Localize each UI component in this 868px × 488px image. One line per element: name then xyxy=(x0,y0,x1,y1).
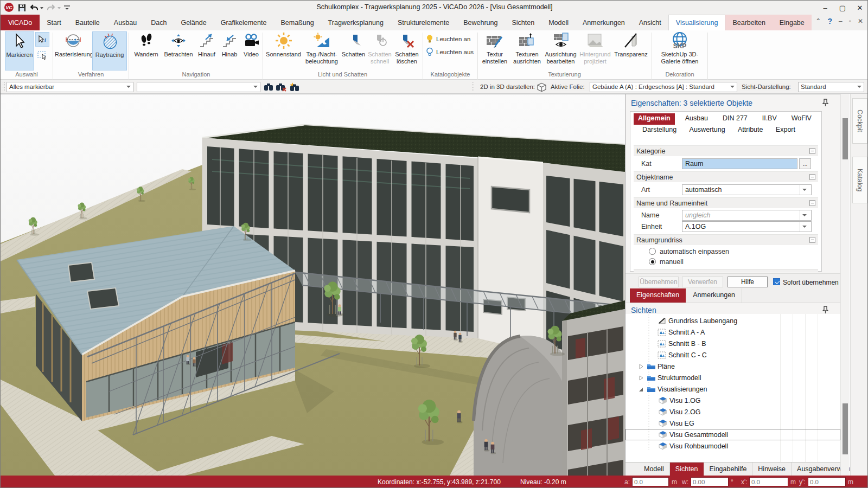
ptab-attribute[interactable]: Attribute xyxy=(733,125,768,137)
pin-icon[interactable] xyxy=(822,99,829,107)
video-button[interactable]: Video xyxy=(241,31,261,70)
search-new-binoculars-icon[interactable] xyxy=(289,82,299,92)
ptab-auswertung[interactable]: Auswertung xyxy=(685,125,730,137)
art-select[interactable]: automatisch xyxy=(682,184,812,195)
tab-sichten[interactable]: Sichten xyxy=(505,15,541,30)
minimize-button[interactable]: – xyxy=(816,1,834,15)
tree-item-plaene[interactable]: Pläne xyxy=(626,361,840,372)
ribbon-restore-icon[interactable]: ▫ xyxy=(849,17,851,25)
ptab-export[interactable]: Export xyxy=(771,125,800,137)
ptab-darstellung[interactable]: Darstellung xyxy=(638,125,681,137)
sketchup-button[interactable]: SKP SketchUp 3D-Galerie öffnen xyxy=(655,31,705,70)
collapse-icon[interactable] xyxy=(809,148,815,154)
scrollbar-thumb[interactable] xyxy=(843,118,848,159)
tab-grafikelemente[interactable]: Grafikelemente xyxy=(214,15,274,30)
aktive-folie-select[interactable]: Gebäude A (A) : Erdgeschoss [A] : Standa… xyxy=(590,82,737,92)
kat-field[interactable]: Raum xyxy=(682,158,797,169)
ausrichtung-bearbeiten-button[interactable]: Ausrichtung bearbeiten xyxy=(544,31,578,70)
btab-modell[interactable]: Modell xyxy=(639,463,670,476)
tab-dach[interactable]: Dach xyxy=(144,15,174,30)
ptab-iibv[interactable]: II.BV xyxy=(758,113,781,125)
tab-modell[interactable]: Modell xyxy=(541,15,576,30)
pin-icon[interactable] xyxy=(822,306,829,314)
tree-item-strukturmodell[interactable]: Strukturmodell xyxy=(626,372,840,383)
viewport-3d[interactable] xyxy=(1,94,626,476)
help-icon[interactable]: ? xyxy=(827,17,832,25)
tree-item-visu-2og[interactable]: Visu 2.OG xyxy=(626,406,840,418)
tab-visualisierung[interactable]: Visualisierung xyxy=(668,15,726,30)
scrollbar-thumb[interactable] xyxy=(843,403,848,454)
uebernehmen-button[interactable]: Übernehmen xyxy=(639,277,679,287)
rasterisierung-button[interactable]: Rasterisierung xyxy=(55,31,91,70)
toolbar-grip-2[interactable] xyxy=(471,82,474,92)
btab-eingabehilfe[interactable]: Eingabehilfe xyxy=(704,463,753,476)
field-w-input[interactable] xyxy=(691,477,729,486)
tab-start[interactable]: Start xyxy=(40,15,68,30)
transparenz-button[interactable]: Transparenz xyxy=(612,31,649,70)
ptab-din277[interactable]: DIN 277 xyxy=(718,113,752,125)
expander-open-icon[interactable] xyxy=(639,387,644,392)
tag-nacht-beleuchtung-button[interactable]: Tag-/Nacht-beleuchtung xyxy=(303,31,340,70)
schatten-schnell-button[interactable]: Schatten schnell xyxy=(367,31,393,70)
paneltab-eigenschaften[interactable]: Eigenschaften xyxy=(630,288,686,303)
ptab-ausbau[interactable]: Ausbau xyxy=(681,113,712,125)
tab-tragwerksplanung[interactable]: Tragwerksplanung xyxy=(321,15,391,30)
tab-ausbau[interactable]: Ausbau xyxy=(107,15,144,30)
tab-anmerkungen[interactable]: Anmerkungen xyxy=(576,15,632,30)
close-button[interactable]: ✕ xyxy=(851,1,868,15)
tab-vicado[interactable]: ViCADo xyxy=(1,15,40,30)
cube-2d3d-icon[interactable] xyxy=(537,82,547,92)
tab-strukturelemente[interactable]: Strukturelemente xyxy=(391,15,456,30)
name-select[interactable]: ungleich xyxy=(682,210,812,221)
search-remove-binoculars-icon[interactable] xyxy=(276,82,286,92)
collapse-ribbon-icon[interactable]: ⌃ xyxy=(815,17,821,25)
tab-bauteile[interactable]: Bauteile xyxy=(68,15,107,30)
hilfe-button[interactable]: Hilfe xyxy=(727,277,768,287)
tab-eingabe[interactable]: Eingabe xyxy=(773,15,812,30)
collapse-icon[interactable] xyxy=(809,237,815,243)
maximize-button[interactable]: ▢ xyxy=(834,1,851,15)
expander-closed-icon[interactable] xyxy=(639,364,644,369)
field-y-input[interactable] xyxy=(808,477,846,486)
tree-item-schnitt-a[interactable]: Schnitt A - A xyxy=(626,326,840,338)
einheit-select[interactable]: A.1OG xyxy=(682,221,812,232)
tree-item-visu-gesamtmodell[interactable]: Visu Gesamtmodell xyxy=(626,429,840,440)
rahmen-select-button[interactable] xyxy=(35,48,49,62)
tree-item-visu-eg[interactable]: Visu EG xyxy=(626,418,840,429)
tree-item-schnitt-c[interactable]: Schnitt C - C xyxy=(626,349,840,361)
ptab-allgemein[interactable]: Allgemein xyxy=(634,113,675,125)
side-tab-katalog[interactable]: Katalog xyxy=(852,157,867,203)
panel-scrollbar[interactable] xyxy=(840,94,850,476)
tree-item-visu-1og[interactable]: Visu 1.OG xyxy=(626,395,840,406)
tab-bemassung[interactable]: Bemaßung xyxy=(273,15,321,30)
expander-closed-icon[interactable] xyxy=(639,375,644,381)
toolbar-grip[interactable] xyxy=(2,82,5,92)
side-tab-cockpit[interactable]: Cockpit xyxy=(852,98,867,144)
markierbar-select[interactable]: Alles markierbar xyxy=(7,82,133,92)
collapse-icon[interactable] xyxy=(809,174,815,180)
markieren-button[interactable]: Markieren xyxy=(5,31,34,70)
tab-bearbeiten[interactable]: Bearbeiten xyxy=(725,15,772,30)
leuchten-an-button[interactable]: Leuchten an xyxy=(426,33,470,45)
field-x-input[interactable] xyxy=(749,477,788,486)
textur-einstellen-button[interactable]: Textur einstellen xyxy=(479,31,510,70)
sonnenstand-button[interactable]: Sonnenstand xyxy=(264,31,303,70)
raytracing-button[interactable]: Raytracing xyxy=(92,31,127,70)
leuchten-aus-button[interactable]: Leuchten aus xyxy=(426,46,474,58)
betrachten-button[interactable]: Betrachten xyxy=(162,31,195,70)
texturen-ausrichten-button[interactable]: Texturen ausrichten xyxy=(511,31,543,70)
kat-more-button[interactable]: ... xyxy=(799,158,811,169)
btab-sichten[interactable]: Sichten xyxy=(670,463,704,476)
radio-automatisch-einpassen[interactable] xyxy=(649,248,656,255)
collapse-icon[interactable] xyxy=(809,200,815,206)
sofort-uebernehmen-checkbox[interactable] xyxy=(773,278,780,285)
tree-item-visualisierungen[interactable]: Visualisierungen xyxy=(626,383,840,395)
radio-manuell[interactable] xyxy=(649,258,656,265)
markieren-info-button[interactable]: i xyxy=(35,32,49,47)
filter-select[interactable] xyxy=(137,82,260,92)
verwerfen-button[interactable]: Verwerfen xyxy=(682,277,723,287)
btab-hinweise[interactable]: Hinweise xyxy=(752,463,792,476)
ptab-woflv[interactable]: WoFlV xyxy=(787,113,816,125)
sicht-darstellung-select[interactable]: Standard xyxy=(798,82,864,92)
tree-item-visu-rohbaumodell[interactable]: Visu Rohbaumodell xyxy=(626,440,840,452)
